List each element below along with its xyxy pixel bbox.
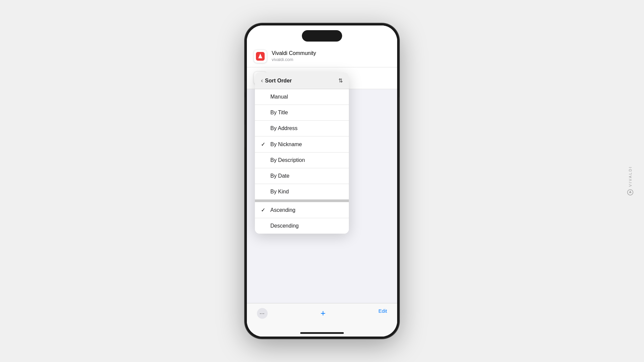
sort-header-left: ‹ Sort Order	[261, 77, 292, 84]
sort-by-nickname-label: By Nickname	[270, 141, 302, 147]
list-item[interactable]: Vivaldi Community vivaldi.com	[247, 46, 397, 67]
sort-by-description-item[interactable]: By Description	[255, 153, 349, 168]
sort-by-title-label: By Title	[270, 110, 288, 116]
vivaldi-favicon-icon	[254, 50, 267, 63]
mute-button[interactable]	[245, 80, 245, 93]
vivaldi-item-text: Vivaldi Community vivaldi.com	[272, 50, 316, 63]
sort-ascending-label: Ascending	[270, 207, 296, 213]
add-bookmark-button[interactable]: +	[320, 308, 325, 318]
sort-by-nickname-item[interactable]: ✓ By Nickname	[255, 136, 349, 153]
checkmark-icon: ✓	[261, 207, 267, 213]
sort-by-address-label: By Address	[270, 125, 298, 131]
vivaldi-item-subtitle: vivaldi.com	[272, 57, 316, 63]
power-button[interactable]	[399, 97, 399, 131]
sort-by-address-item[interactable]: By Address	[255, 121, 349, 136]
screen-content: Vivaldi Community vivaldi.com a Amazon v…	[247, 25, 397, 337]
checkmark-icon: ✓	[261, 141, 267, 147]
more-button[interactable]: ●●●	[257, 308, 268, 319]
edit-button[interactable]: Edit	[378, 308, 387, 314]
sort-by-kind-item[interactable]: By Kind	[255, 184, 349, 199]
vivaldi-logo-svg	[256, 52, 265, 61]
home-indicator	[300, 332, 344, 334]
sort-by-kind-label: By Kind	[270, 189, 289, 195]
phone-screen: Vivaldi Community vivaldi.com a Amazon v…	[247, 25, 397, 337]
sort-order-header[interactable]: ‹ Sort Order ⇅	[255, 72, 349, 89]
vivaldi-item-title: Vivaldi Community	[272, 50, 316, 57]
sort-by-date-label: By Date	[270, 173, 289, 179]
chevron-down-icon: ‹	[261, 77, 263, 84]
sort-by-title-item[interactable]: By Title	[255, 105, 349, 121]
menu-separator	[255, 199, 349, 202]
sort-by-description-label: By Description	[270, 157, 305, 163]
sort-order-title: Sort Order	[265, 78, 292, 84]
sort-manual-label: Manual	[270, 94, 288, 100]
vivaldi-watermark-icon	[627, 189, 634, 196]
more-dots-icon: ●●●	[260, 312, 265, 314]
sort-order-dropdown: ‹ Sort Order ⇅ Manual By Title By Addres	[255, 72, 349, 234]
sort-ascending-item[interactable]: ✓ Ascending	[255, 202, 349, 218]
volume-up-button[interactable]	[245, 97, 245, 120]
volume-down-button[interactable]	[245, 125, 245, 147]
dynamic-island	[302, 30, 342, 42]
vivaldi-text-label: VIVALDI	[628, 166, 632, 187]
phone-frame: Vivaldi Community vivaldi.com a Amazon v…	[245, 23, 399, 339]
sort-descending-item[interactable]: Descending	[255, 218, 349, 234]
sort-by-date-item[interactable]: By Date	[255, 168, 349, 184]
sort-direction-icon[interactable]: ⇅	[338, 77, 343, 84]
bottom-toolbar: ●●● + Edit	[247, 303, 397, 337]
sort-descending-label: Descending	[270, 223, 299, 229]
vivaldi-watermark: VIVALDI	[627, 166, 634, 196]
sort-manual-item[interactable]: Manual	[255, 89, 349, 105]
